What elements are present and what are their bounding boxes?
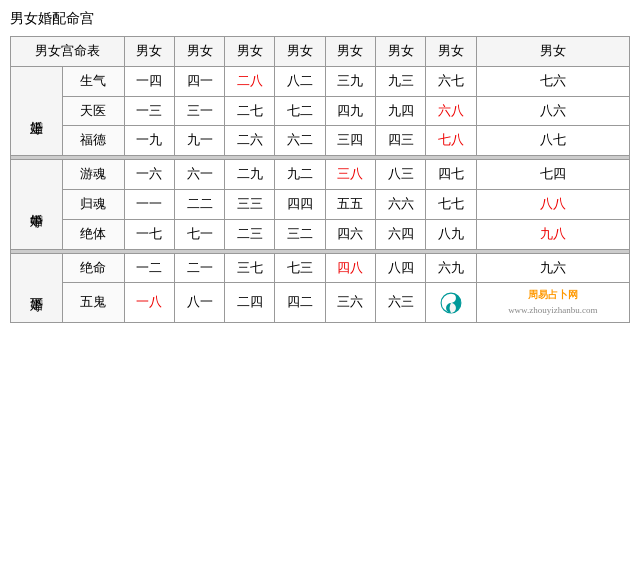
table-row: 福德一九九一二六六二三四四三七八八七	[11, 126, 630, 156]
data-cell: 三一	[174, 96, 224, 126]
table-header-row: 男女宫命表 男女 男女 男女 男女 男女 男女 男女 男女	[11, 37, 630, 67]
data-cell: 八二	[275, 66, 325, 96]
data-cell: 七四	[476, 160, 629, 190]
data-cell: 七六	[476, 66, 629, 96]
data-cell: 八一	[174, 283, 224, 322]
group-label: 上等婚	[11, 66, 63, 155]
data-cell: 一六	[124, 160, 174, 190]
data-cell: 九六	[476, 253, 629, 283]
header-col-5: 男女	[325, 37, 375, 67]
data-cell: 一八	[124, 283, 174, 322]
data-cell: 四六	[325, 219, 375, 249]
data-cell: 九三	[376, 66, 426, 96]
data-cell: 二二	[174, 189, 224, 219]
data-cell: 七二	[275, 96, 325, 126]
svg-point-1	[449, 296, 452, 299]
sub-label: 绝体	[62, 219, 124, 249]
data-cell: 八四	[376, 253, 426, 283]
data-cell: 六四	[376, 219, 426, 249]
data-cell: 一九	[124, 126, 174, 156]
data-cell: 七一	[174, 219, 224, 249]
sub-label: 绝命	[62, 253, 124, 283]
data-cell: 六八	[426, 96, 476, 126]
sub-label: 归魂	[62, 189, 124, 219]
data-cell: 九八	[476, 219, 629, 249]
table-row: 上等婚生气一四四一二八八二三九九三六七七六	[11, 66, 630, 96]
data-cell: 四七	[426, 160, 476, 190]
header-col-1: 男女	[124, 37, 174, 67]
data-cell: 六六	[376, 189, 426, 219]
data-cell: 四八	[325, 253, 375, 283]
data-cell: 八九	[426, 219, 476, 249]
data-cell: 一四	[124, 66, 174, 96]
data-cell: 九二	[275, 160, 325, 190]
data-cell: 二四	[225, 283, 275, 322]
data-cell: 三三	[225, 189, 275, 219]
data-cell: 四二	[275, 283, 325, 322]
group-label: 中等婚	[11, 160, 63, 249]
data-cell: 八八	[476, 189, 629, 219]
data-cell: 三七	[225, 253, 275, 283]
data-cell: 六九	[426, 253, 476, 283]
data-cell: 三九	[325, 66, 375, 96]
table-row: 绝体一七七一二三三二四六六四八九九八	[11, 219, 630, 249]
data-cell: 一七	[124, 219, 174, 249]
data-cell: 八七	[476, 126, 629, 156]
table-row: 归魂一一二二三三四四五五六六七七八八	[11, 189, 630, 219]
data-cell: 三八	[325, 160, 375, 190]
data-cell: 九一	[174, 126, 224, 156]
table-row: 天医一三三一二七七二四九九四六八八六	[11, 96, 630, 126]
data-cell: 六二	[275, 126, 325, 156]
marriage-table: 男女宫命表 男女 男女 男女 男女 男女 男女 男女 男女 上等婚生气一四四一二…	[10, 36, 630, 323]
data-cell: 五五	[325, 189, 375, 219]
data-cell: 七三	[275, 253, 325, 283]
data-cell: 二六	[225, 126, 275, 156]
data-cell: 七八	[426, 126, 476, 156]
table-row: 下等婚绝命一二二一三七七三四八八四六九九六	[11, 253, 630, 283]
data-cell: 三四	[325, 126, 375, 156]
data-cell: 二八	[225, 66, 275, 96]
data-cell: 四四	[275, 189, 325, 219]
data-cell: 一三	[124, 96, 174, 126]
data-cell: 八六	[476, 96, 629, 126]
header-col-4: 男女	[275, 37, 325, 67]
data-cell: 四三	[376, 126, 426, 156]
data-cell: 二九	[225, 160, 275, 190]
data-cell: 二七	[225, 96, 275, 126]
sub-label: 天医	[62, 96, 124, 126]
header-col-6: 男女	[376, 37, 426, 67]
group-label: 下等婚	[11, 253, 63, 322]
header-col-8: 男女	[476, 37, 629, 67]
header-col-2: 男女	[174, 37, 224, 67]
sub-label: 福德	[62, 126, 124, 156]
watermark-cell: 周易占卜网www.zhouyizhanbu.com	[476, 283, 629, 322]
data-cell: 三六	[325, 283, 375, 322]
header-col-3: 男女	[225, 37, 275, 67]
header-label: 男女宫命表	[11, 37, 125, 67]
sub-label: 生气	[62, 66, 124, 96]
page-title: 男女婚配命宫	[10, 10, 630, 28]
data-cell: 三二	[275, 219, 325, 249]
header-col-7: 男女	[426, 37, 476, 67]
sub-label: 游魂	[62, 160, 124, 190]
data-cell: 一一	[124, 189, 174, 219]
data-cell: 二三	[225, 219, 275, 249]
data-cell: 六一	[174, 160, 224, 190]
table-row: 五鬼一八八一二四四二三六六三 周易占卜网www.zhouyizhanbu.com	[11, 283, 630, 322]
data-cell: 九四	[376, 96, 426, 126]
data-cell: 八三	[376, 160, 426, 190]
sub-label: 五鬼	[62, 283, 124, 322]
data-cell: 六三	[376, 283, 426, 322]
data-cell: 一二	[124, 253, 174, 283]
data-cell: 七七	[426, 189, 476, 219]
data-cell: 四九	[325, 96, 375, 126]
data-cell: 二一	[174, 253, 224, 283]
data-cell: 六七	[426, 66, 476, 96]
data-cell: 四一	[174, 66, 224, 96]
table-row: 中等婚游魂一六六一二九九二三八八三四七七四	[11, 160, 630, 190]
logo-cell	[426, 283, 476, 322]
